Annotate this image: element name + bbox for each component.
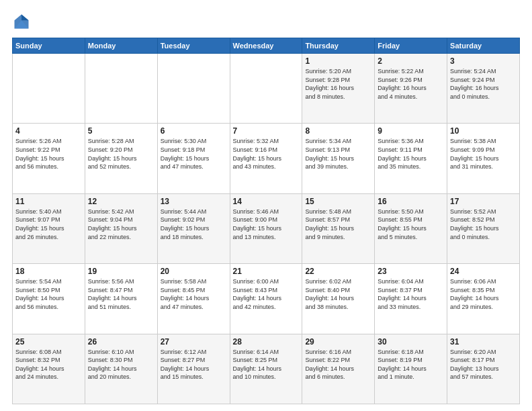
- calendar-cell: [157, 54, 230, 124]
- day-number: 6: [161, 126, 227, 136]
- day-number: 5: [88, 126, 154, 136]
- day-info: Sunrise: 5:42 AM Sunset: 9:04 PM Dayligh…: [88, 208, 154, 241]
- day-info: Sunrise: 5:36 AM Sunset: 9:11 PM Dayligh…: [378, 137, 444, 171]
- calendar-cell: 17Sunrise: 5:52 AM Sunset: 8:52 PM Dayli…: [447, 193, 520, 263]
- day-number: 13: [161, 197, 227, 206]
- day-number: 20: [161, 267, 227, 276]
- day-info: Sunrise: 6:08 AM Sunset: 8:32 PM Dayligh…: [15, 348, 82, 381]
- weekday-header: Saturday: [447, 38, 520, 54]
- calendar-cell: 31Sunrise: 6:20 AM Sunset: 8:17 PM Dayli…: [447, 334, 520, 404]
- day-number: 16: [378, 197, 444, 206]
- day-info: Sunrise: 5:30 AM Sunset: 9:18 PM Dayligh…: [161, 137, 227, 171]
- calendar-cell: 18Sunrise: 5:54 AM Sunset: 8:50 PM Dayli…: [13, 264, 85, 334]
- day-info: Sunrise: 6:16 AM Sunset: 8:22 PM Dayligh…: [305, 348, 371, 381]
- day-number: 9: [378, 126, 444, 136]
- day-info: Sunrise: 5:54 AM Sunset: 8:50 PM Dayligh…: [15, 277, 82, 311]
- day-info: Sunrise: 6:02 AM Sunset: 8:40 PM Dayligh…: [305, 277, 371, 311]
- calendar-cell: 12Sunrise: 5:42 AM Sunset: 9:04 PM Dayli…: [85, 193, 157, 263]
- calendar-cell: 22Sunrise: 6:02 AM Sunset: 8:40 PM Dayli…: [302, 264, 375, 334]
- calendar-cell: 2Sunrise: 5:22 AM Sunset: 9:26 PM Daylig…: [375, 54, 447, 124]
- day-number: 28: [233, 337, 300, 347]
- weekday-header: Thursday: [302, 38, 375, 54]
- logo: [12, 12, 34, 31]
- day-number: 7: [233, 126, 300, 136]
- calendar-cell: 30Sunrise: 6:18 AM Sunset: 8:19 PM Dayli…: [375, 334, 447, 404]
- day-number: 24: [450, 267, 517, 276]
- calendar-cell: 11Sunrise: 5:40 AM Sunset: 9:07 PM Dayli…: [13, 193, 85, 263]
- calendar-cell: [13, 54, 85, 124]
- calendar-cell: 21Sunrise: 6:00 AM Sunset: 8:43 PM Dayli…: [230, 264, 302, 334]
- day-info: Sunrise: 5:46 AM Sunset: 9:00 PM Dayligh…: [233, 208, 300, 241]
- weekday-header: Wednesday: [230, 38, 302, 54]
- day-number: 23: [378, 267, 444, 276]
- day-info: Sunrise: 5:28 AM Sunset: 9:20 PM Dayligh…: [88, 137, 154, 171]
- day-number: 15: [305, 197, 371, 206]
- calendar-cell: [85, 54, 157, 124]
- day-number: 12: [88, 197, 154, 206]
- page: SundayMondayTuesdayWednesdayThursdayFrid…: [0, 0, 532, 411]
- calendar-cell: 10Sunrise: 5:38 AM Sunset: 9:09 PM Dayli…: [447, 124, 520, 193]
- weekday-header: Tuesday: [157, 38, 230, 54]
- weekday-header: Monday: [85, 38, 157, 54]
- day-number: 29: [305, 337, 371, 347]
- day-info: Sunrise: 6:18 AM Sunset: 8:19 PM Dayligh…: [378, 348, 444, 381]
- calendar-cell: 3Sunrise: 5:24 AM Sunset: 9:24 PM Daylig…: [447, 54, 520, 124]
- day-number: 31: [450, 337, 517, 347]
- calendar-cell: 28Sunrise: 6:14 AM Sunset: 8:25 PM Dayli…: [230, 334, 302, 404]
- day-info: Sunrise: 5:24 AM Sunset: 9:24 PM Dayligh…: [450, 67, 517, 101]
- calendar-cell: [230, 54, 302, 124]
- calendar-cell: 13Sunrise: 5:44 AM Sunset: 9:02 PM Dayli…: [157, 193, 230, 263]
- weekday-header: Sunday: [13, 38, 85, 54]
- day-info: Sunrise: 5:48 AM Sunset: 8:57 PM Dayligh…: [305, 208, 371, 241]
- day-info: Sunrise: 6:00 AM Sunset: 8:43 PM Dayligh…: [233, 277, 300, 311]
- day-number: 30: [378, 337, 444, 347]
- day-info: Sunrise: 5:32 AM Sunset: 9:16 PM Dayligh…: [233, 137, 300, 171]
- calendar-cell: 7Sunrise: 5:32 AM Sunset: 9:16 PM Daylig…: [230, 124, 302, 193]
- calendar-cell: 24Sunrise: 6:06 AM Sunset: 8:35 PM Dayli…: [447, 264, 520, 334]
- calendar-cell: 8Sunrise: 5:34 AM Sunset: 9:13 PM Daylig…: [302, 124, 375, 193]
- day-number: 3: [450, 56, 517, 66]
- calendar-body: 1Sunrise: 5:20 AM Sunset: 9:28 PM Daylig…: [13, 54, 520, 404]
- day-info: Sunrise: 5:40 AM Sunset: 9:07 PM Dayligh…: [15, 208, 82, 241]
- day-info: Sunrise: 5:44 AM Sunset: 9:02 PM Dayligh…: [161, 208, 227, 241]
- day-info: Sunrise: 6:04 AM Sunset: 8:37 PM Dayligh…: [378, 277, 444, 311]
- day-info: Sunrise: 5:22 AM Sunset: 9:26 PM Dayligh…: [378, 67, 444, 101]
- calendar-cell: 19Sunrise: 5:56 AM Sunset: 8:47 PM Dayli…: [85, 264, 157, 334]
- day-info: Sunrise: 5:58 AM Sunset: 8:45 PM Dayligh…: [161, 277, 227, 311]
- day-number: 14: [233, 197, 300, 206]
- calendar-cell: 4Sunrise: 5:26 AM Sunset: 9:22 PM Daylig…: [13, 124, 85, 193]
- calendar-cell: 6Sunrise: 5:30 AM Sunset: 9:18 PM Daylig…: [157, 124, 230, 193]
- calendar-cell: 23Sunrise: 6:04 AM Sunset: 8:37 PM Dayli…: [375, 264, 447, 334]
- calendar-cell: 29Sunrise: 6:16 AM Sunset: 8:22 PM Dayli…: [302, 334, 375, 404]
- day-number: 25: [15, 337, 82, 347]
- day-number: 18: [15, 267, 82, 276]
- day-number: 10: [450, 126, 517, 136]
- weekday-header: Friday: [375, 38, 447, 54]
- day-info: Sunrise: 5:52 AM Sunset: 8:52 PM Dayligh…: [450, 208, 517, 241]
- day-info: Sunrise: 5:34 AM Sunset: 9:13 PM Dayligh…: [305, 137, 371, 171]
- calendar-week-row: 25Sunrise: 6:08 AM Sunset: 8:32 PM Dayli…: [13, 334, 520, 404]
- calendar-cell: 20Sunrise: 5:58 AM Sunset: 8:45 PM Dayli…: [157, 264, 230, 334]
- header: [12, 12, 520, 31]
- calendar-cell: 5Sunrise: 5:28 AM Sunset: 9:20 PM Daylig…: [85, 124, 157, 193]
- day-info: Sunrise: 5:20 AM Sunset: 9:28 PM Dayligh…: [305, 67, 371, 101]
- day-number: 27: [161, 337, 227, 347]
- calendar-cell: 14Sunrise: 5:46 AM Sunset: 9:00 PM Dayli…: [230, 193, 302, 263]
- day-number: 26: [88, 337, 154, 347]
- logo-icon: [12, 12, 31, 31]
- day-info: Sunrise: 5:56 AM Sunset: 8:47 PM Dayligh…: [88, 277, 154, 311]
- day-number: 11: [15, 197, 82, 206]
- day-number: 19: [88, 267, 154, 276]
- day-number: 22: [305, 267, 371, 276]
- svg-marker-1: [21, 15, 29, 21]
- calendar-week-row: 4Sunrise: 5:26 AM Sunset: 9:22 PM Daylig…: [13, 124, 520, 193]
- weekday-row: SundayMondayTuesdayWednesdayThursdayFrid…: [13, 38, 520, 54]
- day-info: Sunrise: 6:20 AM Sunset: 8:17 PM Dayligh…: [450, 348, 517, 381]
- calendar-cell: 25Sunrise: 6:08 AM Sunset: 8:32 PM Dayli…: [13, 334, 85, 404]
- day-info: Sunrise: 5:38 AM Sunset: 9:09 PM Dayligh…: [450, 137, 517, 171]
- day-info: Sunrise: 6:06 AM Sunset: 8:35 PM Dayligh…: [450, 277, 517, 311]
- calendar-cell: 9Sunrise: 5:36 AM Sunset: 9:11 PM Daylig…: [375, 124, 447, 193]
- calendar-cell: 16Sunrise: 5:50 AM Sunset: 8:55 PM Dayli…: [375, 193, 447, 263]
- day-info: Sunrise: 6:12 AM Sunset: 8:27 PM Dayligh…: [161, 348, 227, 381]
- day-info: Sunrise: 5:50 AM Sunset: 8:55 PM Dayligh…: [378, 208, 444, 241]
